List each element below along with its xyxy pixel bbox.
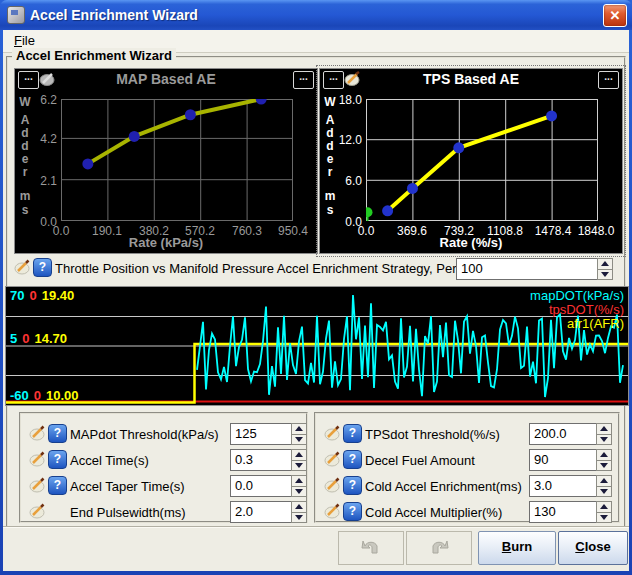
spin-down-button[interactable] [596,513,612,524]
spin-down-button[interactable] [596,461,612,472]
spin-up-button[interactable] [596,475,612,487]
help-icon[interactable]: ? [48,424,67,443]
realtime-scope[interactable]: 70019.40 5014.70 -60010.00 mapDOT(kPa/s)… [5,286,629,406]
up-arrow-icon [600,426,608,431]
map-chart-options-right-button[interactable]: ... [293,71,314,89]
tpsdot-threshold-field[interactable]: 200.0 [529,423,599,445]
help-icon[interactable]: ? [48,476,67,495]
spin-down-button[interactable] [596,487,612,498]
tpsdot-min: 0 [34,388,41,403]
strategy-spin-down-button[interactable] [597,270,613,281]
map-plot-area[interactable] [61,99,293,221]
help-icon[interactable]: ? [343,502,362,521]
tpsdot-mid: 0 [22,331,29,346]
accel-time-field[interactable]: 0.3 [230,449,294,471]
param-label: MAPdot Threshold(kPa/s) [70,427,219,442]
down-arrow-icon [600,489,608,494]
down-arrow-icon [600,437,608,442]
scope-plot [6,287,628,405]
down-arrow-icon [600,463,608,468]
close-window-button[interactable]: ✕ [603,4,627,27]
up-arrow-icon [295,452,303,457]
cold-accel-enrichment-field[interactable]: 3.0 [529,475,599,497]
spin-down-button[interactable] [596,435,612,446]
undo-button[interactable] [338,531,404,565]
down-arrow-icon [295,515,303,520]
map-y-axis-label: m [18,189,32,203]
param-label: End Pulsewidth(ms) [70,505,186,520]
burn-button[interactable]: Burn [478,531,556,565]
close-button[interactable]: Close [558,531,628,565]
param-label: Cold Accel Multiplier(%) [365,505,502,520]
accel-taper-time-field[interactable]: 0.0 [230,475,294,497]
cold-accel-multiplier-field[interactable]: 130 [529,501,599,523]
app-icon [7,6,25,24]
up-arrow-icon [295,504,303,509]
spin-up-button[interactable] [596,449,612,461]
spin-up-button[interactable] [291,501,307,513]
tps-plot-area[interactable] [366,99,598,221]
dialog-content: File Accel Enrichment Wizard ... MAP Bas… [3,30,629,571]
spin-up-button[interactable] [291,475,307,487]
map-y-tick: 6.2 [30,93,57,107]
window-title: Accel Enrichment Wizard [30,7,198,23]
pencil-icon [29,451,46,467]
map-y-tick: 4.2 [30,132,57,146]
map-y-tick: 2.1 [30,174,57,188]
afr-max: 19.40 [42,288,75,303]
pencil-icon [324,503,341,519]
spin-down-button[interactable] [291,487,307,498]
up-arrow-icon [600,452,608,457]
help-icon[interactable]: ? [48,450,67,469]
param-label: Accel Time(s) [70,453,149,468]
map-params-panel: ? MAPdot Threshold(kPa/s) 125 ? Accel Ti… [19,412,308,523]
undo-arrow-icon [358,537,384,559]
tps-chart-title: TPS Based AE [320,71,622,87]
end-pulsewidth-field[interactable]: 2.0 [230,501,294,523]
spin-down-button[interactable] [291,513,307,524]
spin-down-button[interactable] [291,435,307,446]
spin-up-button[interactable] [596,501,612,513]
up-arrow-icon [601,261,609,266]
tps-y-axis-label: e [323,152,337,166]
tps-y-tick: 12.0 [335,133,362,147]
tps-chart-options-right-button[interactable]: ... [598,71,619,89]
decel-fuel-amount-field[interactable]: 90 [529,449,599,471]
strategy-pencil-icon [14,259,31,275]
scope-scale-mid: 5014.70 [10,331,72,346]
redo-button[interactable] [406,531,472,565]
mapdot-threshold-field[interactable]: 125 [230,423,294,445]
map-ae-chart[interactable]: ... MAP Based AE ... W A d d e r m s 6.2… [14,68,318,254]
mapdot-max: 70 [10,288,24,303]
tps-ae-chart[interactable]: ... TPS Based AE ... W A d d e r m s 18.… [319,68,623,254]
legend-tpsdot: tpsDOT(%/s) [549,302,624,317]
spin-up-button[interactable] [291,449,307,461]
map-x-axis-title: Rate (kPa/s) [15,235,317,250]
strategy-spin-up-button[interactable] [597,258,613,270]
tps-y-axis-label: m [323,189,337,203]
afr-min: 10.00 [46,388,79,403]
afr-mid: 14.70 [34,331,67,346]
scope-scale-bottom: -60010.00 [10,388,84,403]
spin-down-button[interactable] [291,461,307,472]
strategy-help-icon[interactable]: ? [33,258,52,277]
param-label: Accel Taper Time(s) [70,479,185,494]
help-icon[interactable]: ? [343,476,362,495]
down-arrow-icon [600,515,608,520]
mapdot-min: -60 [10,388,29,403]
spin-up-button[interactable] [291,423,307,435]
param-label: TPSdot Threshold(%/s) [365,427,500,442]
spin-up-button[interactable] [596,423,612,435]
help-icon[interactable]: ? [343,450,362,469]
tps-params-panel: ? TPSdot Threshold(%/s) 200.0 ? Decel Fu… [314,412,620,523]
tps-y-axis-label: A [323,113,337,127]
scope-scale-top: 70019.40 [10,288,79,303]
pencil-icon [29,503,46,519]
map-chart-title: MAP Based AE [15,71,317,87]
help-icon[interactable]: ? [343,424,362,443]
down-arrow-icon [601,272,609,277]
tps-x-axis-title: Rate (%/s) [320,235,622,250]
tps-y-tick: 18.0 [335,93,362,107]
title-bar: Accel Enrichment Wizard ✕ [0,0,632,30]
strategy-value-field[interactable]: 100 [456,258,600,280]
